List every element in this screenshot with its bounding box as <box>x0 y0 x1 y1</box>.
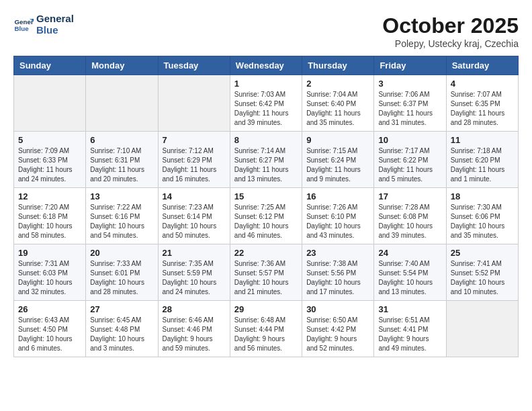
day-number: 12 <box>18 191 81 201</box>
day-info: Sunrise: 7:20 AM Sunset: 6:18 PM Dayligh… <box>18 203 81 240</box>
day-info: Sunrise: 7:03 AM Sunset: 6:42 PM Dayligh… <box>234 90 298 128</box>
day-info: Sunrise: 7:38 AM Sunset: 5:56 PM Dayligh… <box>306 259 369 297</box>
day-info: Sunrise: 7:26 AM Sunset: 6:10 PM Dayligh… <box>306 203 369 240</box>
calendar-cell <box>14 75 86 132</box>
weekday-header: Monday <box>86 56 158 75</box>
day-number: 31 <box>378 304 441 314</box>
day-number: 13 <box>90 191 153 201</box>
svg-text:Blue: Blue <box>15 25 30 32</box>
logo-line1: General <box>36 13 74 25</box>
title-block: October 2025 Polepy, Ustecky kraj, Czech… <box>382 13 519 49</box>
day-number: 20 <box>90 248 153 258</box>
day-number: 6 <box>90 135 153 145</box>
day-info: Sunrise: 7:12 AM Sunset: 6:29 PM Dayligh… <box>163 146 226 184</box>
day-number: 26 <box>18 304 81 314</box>
calendar-cell: 15Sunrise: 7:25 AM Sunset: 6:12 PM Dayli… <box>230 188 302 244</box>
day-number: 8 <box>234 135 298 145</box>
calendar-cell: 5Sunrise: 7:09 AM Sunset: 6:33 PM Daylig… <box>14 132 86 188</box>
calendar-cell: 10Sunrise: 7:17 AM Sunset: 6:22 PM Dayli… <box>374 132 446 188</box>
day-info: Sunrise: 6:43 AM Sunset: 4:50 PM Dayligh… <box>18 316 81 353</box>
calendar-cell: 31Sunrise: 6:51 AM Sunset: 4:41 PM Dayli… <box>374 301 446 357</box>
calendar-cell: 27Sunrise: 6:45 AM Sunset: 4:48 PM Dayli… <box>86 301 158 357</box>
day-number: 9 <box>306 135 369 145</box>
calendar-cell: 24Sunrise: 7:40 AM Sunset: 5:54 PM Dayli… <box>374 244 446 301</box>
calendar-week-row: 1Sunrise: 7:03 AM Sunset: 6:42 PM Daylig… <box>14 75 519 132</box>
calendar-cell: 20Sunrise: 7:33 AM Sunset: 6:01 PM Dayli… <box>86 244 158 301</box>
day-info: Sunrise: 7:30 AM Sunset: 6:06 PM Dayligh… <box>451 203 514 240</box>
calendar-cell: 30Sunrise: 6:50 AM Sunset: 4:42 PM Dayli… <box>302 301 374 357</box>
calendar-table: SundayMondayTuesdayWednesdayThursdayFrid… <box>13 56 519 357</box>
day-number: 28 <box>163 304 226 314</box>
calendar-cell: 12Sunrise: 7:20 AM Sunset: 6:18 PM Dayli… <box>14 188 86 244</box>
day-number: 30 <box>306 304 369 314</box>
day-number: 23 <box>306 248 369 258</box>
calendar-cell: 9Sunrise: 7:15 AM Sunset: 6:24 PM Daylig… <box>302 132 374 188</box>
day-number: 14 <box>163 191 226 201</box>
day-number: 19 <box>18 248 81 258</box>
day-info: Sunrise: 7:25 AM Sunset: 6:12 PM Dayligh… <box>234 203 298 240</box>
location: Polepy, Ustecky kraj, Czechia <box>382 38 519 49</box>
calendar-cell: 8Sunrise: 7:14 AM Sunset: 6:27 PM Daylig… <box>230 132 302 188</box>
day-info: Sunrise: 7:35 AM Sunset: 5:59 PM Dayligh… <box>163 259 226 297</box>
calendar-cell <box>86 75 158 132</box>
calendar-cell: 29Sunrise: 6:48 AM Sunset: 4:44 PM Dayli… <box>230 301 302 357</box>
calendar-cell: 22Sunrise: 7:36 AM Sunset: 5:57 PM Dayli… <box>230 244 302 301</box>
calendar-cell: 17Sunrise: 7:28 AM Sunset: 6:08 PM Dayli… <box>374 188 446 244</box>
day-info: Sunrise: 7:41 AM Sunset: 5:52 PM Dayligh… <box>451 259 514 297</box>
day-info: Sunrise: 6:48 AM Sunset: 4:44 PM Dayligh… <box>234 316 298 353</box>
calendar-week-row: 12Sunrise: 7:20 AM Sunset: 6:18 PM Dayli… <box>14 188 519 244</box>
calendar-cell: 25Sunrise: 7:41 AM Sunset: 5:52 PM Dayli… <box>446 244 518 301</box>
calendar-cell: 16Sunrise: 7:26 AM Sunset: 6:10 PM Dayli… <box>302 188 374 244</box>
calendar-cell: 7Sunrise: 7:12 AM Sunset: 6:29 PM Daylig… <box>158 132 230 188</box>
day-info: Sunrise: 6:45 AM Sunset: 4:48 PM Dayligh… <box>90 316 153 353</box>
weekday-header: Tuesday <box>158 56 230 75</box>
calendar-cell <box>446 301 518 357</box>
logo: General Blue General Blue <box>13 13 74 36</box>
day-info: Sunrise: 7:10 AM Sunset: 6:31 PM Dayligh… <box>90 146 153 184</box>
calendar-cell: 28Sunrise: 6:46 AM Sunset: 4:46 PM Dayli… <box>158 301 230 357</box>
calendar-cell: 21Sunrise: 7:35 AM Sunset: 5:59 PM Dayli… <box>158 244 230 301</box>
day-info: Sunrise: 7:09 AM Sunset: 6:33 PM Dayligh… <box>18 146 81 184</box>
day-info: Sunrise: 6:46 AM Sunset: 4:46 PM Dayligh… <box>163 316 226 353</box>
day-info: Sunrise: 7:33 AM Sunset: 6:01 PM Dayligh… <box>90 259 153 297</box>
day-info: Sunrise: 7:04 AM Sunset: 6:40 PM Dayligh… <box>306 90 369 128</box>
calendar-cell: 26Sunrise: 6:43 AM Sunset: 4:50 PM Dayli… <box>14 301 86 357</box>
day-number: 27 <box>90 304 153 314</box>
day-info: Sunrise: 7:06 AM Sunset: 6:37 PM Dayligh… <box>378 90 441 128</box>
calendar-cell: 23Sunrise: 7:38 AM Sunset: 5:56 PM Dayli… <box>302 244 374 301</box>
weekday-header: Saturday <box>446 56 518 75</box>
weekday-header: Thursday <box>302 56 374 75</box>
calendar-cell: 19Sunrise: 7:31 AM Sunset: 6:03 PM Dayli… <box>14 244 86 301</box>
calendar-cell: 13Sunrise: 7:22 AM Sunset: 6:16 PM Dayli… <box>86 188 158 244</box>
day-info: Sunrise: 7:22 AM Sunset: 6:16 PM Dayligh… <box>90 203 153 240</box>
calendar-cell <box>158 75 230 132</box>
day-number: 10 <box>378 135 441 145</box>
day-number: 22 <box>234 248 298 258</box>
calendar-cell: 6Sunrise: 7:10 AM Sunset: 6:31 PM Daylig… <box>86 132 158 188</box>
day-info: Sunrise: 7:23 AM Sunset: 6:14 PM Dayligh… <box>163 203 226 240</box>
day-number: 25 <box>451 248 514 258</box>
day-number: 5 <box>18 135 81 145</box>
page-header: General Blue General Blue October 2025 P… <box>13 13 519 49</box>
day-number: 15 <box>234 191 298 201</box>
weekday-header-row: SundayMondayTuesdayWednesdayThursdayFrid… <box>14 56 519 75</box>
day-number: 2 <box>306 79 369 89</box>
weekday-header: Wednesday <box>230 56 302 75</box>
calendar-cell: 11Sunrise: 7:18 AM Sunset: 6:20 PM Dayli… <box>446 132 518 188</box>
day-info: Sunrise: 7:14 AM Sunset: 6:27 PM Dayligh… <box>234 146 298 184</box>
calendar-week-row: 5Sunrise: 7:09 AM Sunset: 6:33 PM Daylig… <box>14 132 519 188</box>
logo-line2: Blue <box>36 25 74 36</box>
day-info: Sunrise: 7:31 AM Sunset: 6:03 PM Dayligh… <box>18 259 81 297</box>
day-info: Sunrise: 6:50 AM Sunset: 4:42 PM Dayligh… <box>306 316 369 353</box>
calendar-week-row: 19Sunrise: 7:31 AM Sunset: 6:03 PM Dayli… <box>14 244 519 301</box>
day-info: Sunrise: 6:51 AM Sunset: 4:41 PM Dayligh… <box>378 316 441 353</box>
day-info: Sunrise: 7:28 AM Sunset: 6:08 PM Dayligh… <box>378 203 441 240</box>
day-number: 17 <box>378 191 441 201</box>
calendar-cell: 18Sunrise: 7:30 AM Sunset: 6:06 PM Dayli… <box>446 188 518 244</box>
day-number: 11 <box>451 135 514 145</box>
day-info: Sunrise: 7:15 AM Sunset: 6:24 PM Dayligh… <box>306 146 369 184</box>
calendar-cell: 2Sunrise: 7:04 AM Sunset: 6:40 PM Daylig… <box>302 75 374 132</box>
day-number: 21 <box>163 248 226 258</box>
day-number: 3 <box>378 79 441 89</box>
day-number: 24 <box>378 248 441 258</box>
